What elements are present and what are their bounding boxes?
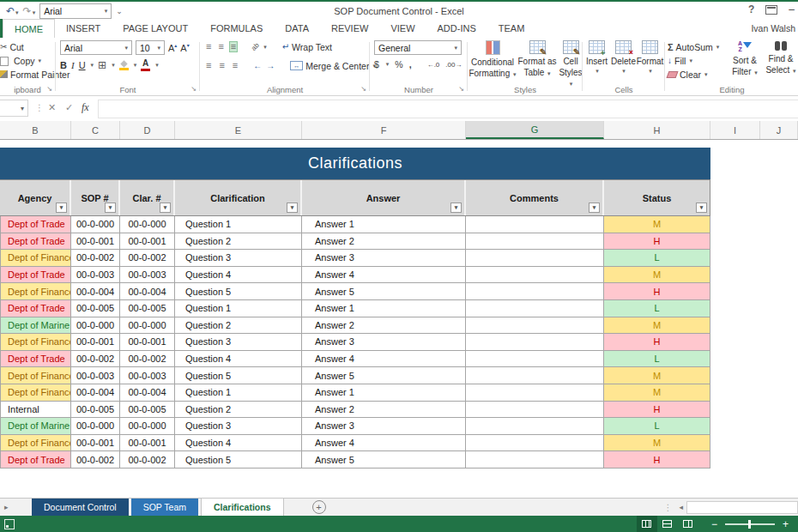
comment-cell[interactable]	[466, 250, 604, 267]
filter-button[interactable]: ▾	[287, 203, 298, 213]
comma-style-icon[interactable]: ,	[409, 59, 412, 70]
filter-button[interactable]: ▾	[160, 203, 171, 213]
column-header-E[interactable]: E	[175, 121, 302, 139]
agency-cell[interactable]: Dept of Finance	[0, 367, 71, 384]
clar-cell[interactable]: 00-0-001	[120, 435, 175, 452]
answer-cell[interactable]: Answer 1	[302, 384, 466, 402]
font-dialog-launcher[interactable]: ↘	[190, 86, 196, 93]
agency-cell[interactable]: Dept of Marine	[0, 418, 71, 435]
ribbon-tab-data[interactable]: DATA	[274, 19, 320, 38]
zoom-in-button[interactable]: +	[778, 519, 793, 529]
wrap-text-button[interactable]: ↵Wrap Text	[282, 40, 332, 53]
clarification-cell[interactable]: Question 3	[175, 334, 302, 351]
ribbon-tab-page-layout[interactable]: PAGE LAYOUT	[112, 19, 199, 38]
clarification-cell[interactable]: Question 2	[175, 402, 302, 419]
clarification-cell[interactable]: Question 3	[175, 250, 302, 267]
answer-cell[interactable]: Answer 2	[302, 317, 466, 335]
normal-view-button[interactable]	[637, 516, 657, 532]
page-layout-view-button[interactable]	[657, 516, 678, 532]
orientation-icon[interactable]: ab	[250, 41, 261, 52]
ribbon-tab-team[interactable]: TEAM	[487, 19, 536, 38]
font-color-button[interactable]: A	[141, 59, 150, 71]
align-left-icon[interactable]: ≡	[204, 60, 213, 71]
comment-cell[interactable]	[466, 418, 604, 435]
answer-cell[interactable]: Answer 5	[302, 451, 466, 469]
agency-cell[interactable]: Internal	[0, 402, 71, 419]
help-button[interactable]: ?	[748, 3, 754, 15]
formula-input[interactable]	[98, 100, 798, 118]
clarification-cell[interactable]: Question 4	[175, 351, 302, 368]
sop-cell[interactable]: 00-0-004	[71, 384, 120, 402]
answer-cell[interactable]: Answer 2	[302, 233, 466, 251]
clarification-cell[interactable]: Question 5	[175, 367, 302, 384]
zoom-slider[interactable]	[725, 523, 775, 525]
align-bottom-icon[interactable]: ≡	[229, 41, 238, 52]
comment-cell[interactable]	[466, 384, 604, 402]
column-header-C[interactable]: C	[71, 121, 120, 139]
sop-cell[interactable]: 00-0-000	[71, 317, 120, 335]
table-header-status[interactable]: Status▾	[604, 180, 710, 215]
table-header-answer[interactable]: Answer▾	[302, 180, 466, 215]
clarification-cell[interactable]: Question 3	[175, 418, 302, 435]
sort-filter-button[interactable]: AZ Sort & Filter ▾	[728, 40, 762, 77]
sop-cell[interactable]: 00-0-004	[71, 283, 120, 300]
status-cell[interactable]: M	[604, 216, 710, 233]
agency-cell[interactable]: Dept of Trade	[0, 300, 71, 317]
fill-button[interactable]: ↓Fill▾	[668, 54, 692, 67]
column-header-G[interactable]: G	[466, 121, 604, 139]
decrease-font-icon[interactable]: A▾	[180, 42, 189, 53]
format-cells-button[interactable]: Format ▾	[637, 40, 663, 75]
increase-indent-icon[interactable]: →	[266, 61, 275, 70]
ribbon-tab-insert[interactable]: INSERT	[55, 19, 112, 38]
number-dialog-launcher[interactable]: ↘	[458, 86, 464, 93]
agency-cell[interactable]: Dept of Trade	[0, 233, 71, 251]
table-header-sop-[interactable]: SOP #▾	[71, 180, 120, 215]
sop-cell[interactable]: 00-0-002	[71, 451, 120, 469]
sop-cell[interactable]: 00-0-000	[71, 418, 120, 435]
agency-cell[interactable]: Dept of Marine	[0, 317, 71, 335]
increase-decimal-icon[interactable]: ←.0	[427, 61, 440, 69]
status-cell[interactable]: M	[604, 267, 710, 284]
column-header-B[interactable]: B	[0, 121, 71, 139]
sheet-tab-sop-team[interactable]: SOP Team	[131, 499, 198, 516]
customize-qat-button[interactable]: ⌄	[116, 7, 123, 15]
column-header-F[interactable]: F	[302, 121, 466, 139]
comment-cell[interactable]	[466, 283, 604, 300]
clar-cell[interactable]: 00-0-002	[120, 250, 175, 267]
user-name[interactable]: Ivan Walsh	[751, 19, 795, 38]
align-top-icon[interactable]: ≡	[204, 41, 213, 52]
column-header-J[interactable]: J	[760, 121, 798, 139]
answer-cell[interactable]: Answer 3	[302, 334, 466, 351]
status-cell[interactable]: L	[604, 300, 710, 317]
align-right-icon[interactable]: ≡	[231, 60, 239, 71]
font-size-select[interactable]: 10▾	[136, 40, 165, 55]
bold-button[interactable]: B	[60, 60, 67, 70]
clar-cell[interactable]: 00-0-000	[120, 317, 175, 335]
answer-cell[interactable]: Answer 5	[302, 367, 466, 384]
status-cell[interactable]: H	[604, 402, 710, 419]
macro-record-icon[interactable]	[4, 519, 15, 529]
agency-cell[interactable]: Dept of Trade	[0, 216, 71, 233]
sop-cell[interactable]: 00-0-005	[71, 300, 120, 317]
column-header-H[interactable]: H	[604, 121, 710, 139]
status-cell[interactable]: M	[604, 317, 710, 335]
redo-button[interactable]: ↷▾	[23, 6, 36, 16]
agency-cell[interactable]: Dept of Trade	[0, 451, 71, 469]
clarification-cell[interactable]: Question 1	[175, 384, 302, 402]
answer-cell[interactable]: Answer 1	[302, 216, 466, 233]
agency-cell[interactable]: Dept of Finance	[0, 283, 71, 300]
clar-cell[interactable]: 00-0-004	[120, 384, 175, 402]
answer-cell[interactable]: Answer 1	[302, 300, 466, 317]
comment-cell[interactable]	[466, 334, 604, 351]
clarification-cell[interactable]: Question 2	[175, 317, 302, 335]
filter-button[interactable]: ▾	[450, 203, 462, 213]
cut-button[interactable]: ✂Cut	[0, 40, 24, 53]
sop-cell[interactable]: 00-0-003	[71, 367, 120, 384]
increase-font-icon[interactable]: A▴	[168, 42, 177, 53]
comment-cell[interactable]	[466, 216, 604, 233]
status-cell[interactable]: H	[604, 334, 710, 351]
column-header-D[interactable]: D	[120, 121, 175, 139]
new-sheet-button[interactable]: +	[312, 500, 326, 514]
sop-cell[interactable]: 00-0-001	[71, 435, 120, 452]
ribbon-tab-view[interactable]: VIEW	[379, 19, 426, 38]
